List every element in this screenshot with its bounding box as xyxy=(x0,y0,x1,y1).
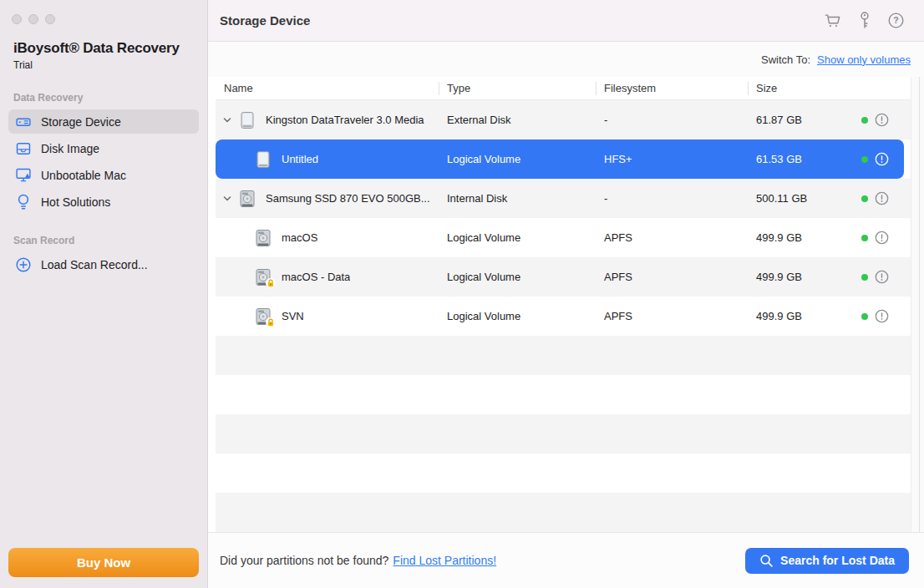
key-icon[interactable] xyxy=(859,11,871,30)
internal-disk-locked-icon xyxy=(253,268,273,286)
row-filesystem: - xyxy=(596,192,748,205)
section-label-data-recovery: Data Recovery xyxy=(13,92,194,104)
sidebar-item-load-scan-record[interactable]: Load Scan Record... xyxy=(8,252,199,276)
app-title: iBoysoft® Data Recovery xyxy=(13,40,194,57)
table-row[interactable]: Samsung SSD 870 EVO 500GB... Internal Di… xyxy=(216,179,911,218)
sidebar-item-label: Hot Solutions xyxy=(41,195,110,209)
row-name: macOS xyxy=(282,231,317,244)
unbootable-mac-icon xyxy=(15,166,32,185)
minimize-button[interactable] xyxy=(28,14,38,24)
sidebar-item-label: Load Scan Record... xyxy=(41,258,148,271)
row-type: Logical Volume xyxy=(439,231,596,244)
row-size: 499.9 GB xyxy=(756,271,802,283)
row-name: macOS - Data xyxy=(282,271,350,283)
column-header-filesystem: Filesystem xyxy=(596,77,748,99)
column-header-type: Type xyxy=(439,77,596,99)
sidebar-item-label: Disk Image xyxy=(41,142,99,155)
close-button[interactable] xyxy=(12,14,22,24)
status-dot xyxy=(861,313,868,320)
main-panel: Storage Device ? Switch To: Show only vo… xyxy=(208,0,924,588)
chevron-down-icon[interactable] xyxy=(222,115,232,125)
scrollbar[interactable] xyxy=(911,77,924,532)
license-label: Trial xyxy=(13,59,194,71)
row-type: Logical Volume xyxy=(439,153,596,165)
sidebar-item-label: Storage Device xyxy=(41,115,121,129)
internal-disk-icon xyxy=(237,190,257,208)
info-icon[interactable] xyxy=(875,309,889,323)
row-type: External Disk xyxy=(439,114,596,126)
column-header-size: Size xyxy=(748,77,911,99)
table-row-empty xyxy=(216,336,911,375)
row-size: 499.9 GB xyxy=(756,310,802,322)
row-size: 499.9 GB xyxy=(756,231,802,244)
svg-text:?: ? xyxy=(893,15,898,25)
footer-bar: Did your partitions not be found? Find L… xyxy=(208,532,924,588)
row-name: Kingston DataTraveler 3.0 Media xyxy=(266,114,424,126)
info-icon[interactable] xyxy=(875,152,889,166)
plus-circle-icon xyxy=(15,256,32,274)
external-disk-icon xyxy=(237,111,257,129)
row-size: 61.87 GB xyxy=(756,114,802,126)
info-icon[interactable] xyxy=(875,113,889,127)
storage-device-icon xyxy=(15,113,32,131)
internal-disk-icon xyxy=(253,229,273,247)
zoom-button[interactable] xyxy=(45,14,55,24)
titlebar: Storage Device ? xyxy=(208,0,924,42)
sidebar-item-hot-solutions[interactable]: Hot Solutions xyxy=(8,190,199,214)
table-row-empty xyxy=(216,375,911,414)
search-icon xyxy=(759,554,774,568)
switch-to-label: Switch To: xyxy=(761,53,810,66)
table-row-empty xyxy=(216,454,911,493)
row-filesystem: HFS+ xyxy=(596,153,748,165)
table-row[interactable]: SVN Logical Volume APFS 499.9 GB xyxy=(216,297,911,336)
section-label-scan-record: Scan Record xyxy=(13,235,194,246)
row-filesystem: APFS xyxy=(596,310,748,322)
row-filesystem: APFS xyxy=(596,271,748,283)
status-dot xyxy=(861,117,868,124)
internal-disk-locked-icon xyxy=(253,307,273,326)
sidebar-item-unbootable-mac[interactable]: Unbootable Mac xyxy=(8,163,199,187)
info-icon[interactable] xyxy=(875,191,889,205)
sidebar-item-storage-device[interactable]: Storage Device xyxy=(8,109,199,134)
row-type: Logical Volume xyxy=(439,310,596,322)
row-size: 500.11 GB xyxy=(756,192,807,205)
table-header: Name Type Filesystem Size xyxy=(216,77,911,100)
lock-icon xyxy=(266,278,276,288)
page-title: Storage Device xyxy=(220,13,310,28)
status-dot xyxy=(861,156,868,163)
search-button-label: Search for Lost Data xyxy=(780,554,895,567)
disk-image-icon xyxy=(15,139,32,158)
sidebar-item-label: Unbootable Mac xyxy=(41,169,126,182)
column-header-name: Name xyxy=(216,77,439,99)
sidebar-item-disk-image[interactable]: Disk Image xyxy=(8,136,199,160)
sidebar: iBoysoft® Data Recovery Trial Data Recov… xyxy=(0,0,208,588)
find-lost-partitions-link[interactable]: Find Lost Partitions! xyxy=(393,554,496,567)
partitions-prompt: Did your partitions not be found? xyxy=(220,554,388,567)
row-name: Samsung SSD 870 EVO 500GB... xyxy=(266,192,430,205)
row-type: Internal Disk xyxy=(439,192,596,205)
status-dot xyxy=(861,195,868,202)
help-icon[interactable]: ? xyxy=(887,12,905,29)
search-for-lost-data-button[interactable]: Search for Lost Data xyxy=(745,548,909,574)
table-row[interactable]: macOS - Data Logical Volume APFS 499.9 G… xyxy=(216,257,911,297)
table-row-empty xyxy=(216,414,911,454)
status-dot xyxy=(861,235,868,241)
row-name: SVN xyxy=(282,310,304,322)
window-controls xyxy=(0,0,207,24)
row-size: 61.53 GB xyxy=(756,153,802,165)
cart-icon[interactable] xyxy=(824,13,842,29)
table-row-selected[interactable]: Untitled Logical Volume HFS+ 61.53 GB xyxy=(216,139,904,179)
show-only-volumes-link[interactable]: Show only volumes xyxy=(817,53,911,66)
row-name: Untitled xyxy=(282,153,318,165)
table-row[interactable]: Kingston DataTraveler 3.0 Media External… xyxy=(216,100,911,139)
status-dot xyxy=(861,274,868,281)
info-icon[interactable] xyxy=(875,231,889,245)
buy-now-button[interactable]: Buy Now xyxy=(8,548,199,577)
device-table: Name Type Filesystem Size Kingston DataT… xyxy=(208,77,911,532)
info-icon[interactable] xyxy=(875,270,889,284)
switch-bar: Switch To: Show only volumes xyxy=(208,42,924,77)
table-row[interactable]: macOS Logical Volume APFS 499.9 GB xyxy=(216,218,911,257)
chevron-down-icon[interactable] xyxy=(222,194,232,204)
row-type: Logical Volume xyxy=(439,271,596,283)
lock-icon xyxy=(266,317,276,327)
